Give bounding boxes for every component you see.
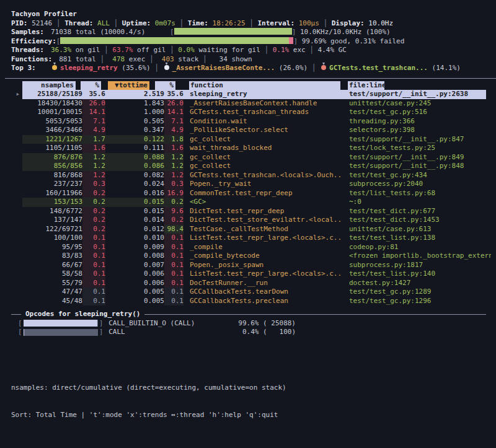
table-row[interactable]: 1221/12671.70.1221.8gc_collecttest/suppo… <box>11 135 491 144</box>
column-header-nsamples[interactable]: nsamples <box>22 81 76 90</box>
gap <box>184 90 190 99</box>
table-row[interactable]: 1105/11051.60.1111.6wait_threads_blocked… <box>11 144 491 153</box>
table-row[interactable]: 153/1530.20.0150.2<GC>~:0 <box>11 198 491 207</box>
function-name-cell: Popen._posix_spawn <box>190 261 342 270</box>
pct-direct-cell: 0.1 <box>82 297 105 306</box>
separator: │ <box>306 46 318 54</box>
pct-cumulative-cell: 4.9 <box>164 126 184 135</box>
pct-cumulative-cell: 1.2 <box>164 153 184 162</box>
nsamples-cell: 5053/5053 <box>22 117 82 126</box>
file-line-cell: unittest/case.py:613 <box>349 225 491 234</box>
table-row[interactable]: 58/580.10.0060.1ListTest.test_repr_large… <box>11 270 491 279</box>
table-row[interactable]: 66/670.10.0070.1Popen._posix_spawnsubpro… <box>11 261 491 270</box>
table-row[interactable]: 45/480.10.0050.1GCCallbackTests.preclean… <box>11 297 491 306</box>
table-row[interactable]: 856/8561.20.0861.2gc_collecttest/support… <box>11 162 491 171</box>
table-row[interactable]: 95/950.10.0090.1_compilecodeop.py:81 <box>11 243 491 252</box>
function-name-cell: gc_collect <box>190 135 342 144</box>
function-name-cell: DocTestRunner.__run <box>190 279 342 288</box>
file-line-cell: codeop.py:81 <box>349 243 491 252</box>
nsamples-cell: 55/79 <box>22 279 82 288</box>
nsamples-cell: 3466/3466 <box>22 126 82 135</box>
pct-direct-cell: 0.1 <box>82 288 105 297</box>
file-line-cell: test/test_gc.py:1289 <box>349 288 491 297</box>
gap <box>342 171 349 180</box>
app-title: Tachyon Profiler <box>11 10 491 19</box>
tottime-cell: 0.007 <box>105 261 164 270</box>
function-name-cell: DictTest.test_store_evilattr.<local... <box>190 216 342 225</box>
gap <box>342 243 349 252</box>
gap <box>342 135 349 144</box>
pct-cumulative-cell: 1.2 <box>164 171 184 180</box>
column-header-pct-cumulative[interactable]: % <box>155 81 175 90</box>
pct-cumulative-cell: 0.1 <box>164 288 184 297</box>
metric-value: 4.4% GC <box>318 46 347 54</box>
tachyon-profiler-window: Tachyon Profiler PID: 52146 │ Thread: AL… <box>0 0 496 448</box>
column-header-function[interactable]: function <box>189 81 340 90</box>
table-row[interactable]: ▸25188/2518935.62.51935.6sleeping_retryt… <box>11 90 491 99</box>
gap <box>342 117 349 126</box>
separator: │ <box>199 55 211 63</box>
nsamples-cell: 876/876 <box>22 153 82 162</box>
gap <box>342 126 349 135</box>
table-row[interactable]: 10001/1001514.11.00014.1GCTests.test_tra… <box>11 108 491 117</box>
pct-direct-cell: 0.2 <box>82 216 105 225</box>
tottime-cell: 0.015 <box>105 207 164 216</box>
file-line-cell: test/support/__init__.py:848 <box>349 162 491 171</box>
nsamples-cell: 1105/1105 <box>22 144 82 153</box>
metric-unit: exec <box>125 55 145 63</box>
table-header-row: nsamples % ▼tottime % function file:line <box>11 81 491 90</box>
column-header-file-line[interactable]: file:line <box>348 81 384 90</box>
function-name-cell: DictTest.test_repr_deep <box>190 207 342 216</box>
file-line-cell: subprocess.py:2040 <box>349 180 491 189</box>
tottime-cell: 0.005 <box>105 288 164 297</box>
pct-direct-cell: 1.2 <box>82 162 105 171</box>
gap <box>342 288 349 297</box>
table-row[interactable]: 160/119660.20.01616.9CommonTest.test_rep… <box>11 189 491 198</box>
gap <box>342 261 349 270</box>
file-line-cell: ~:0 <box>349 198 491 207</box>
efficiency-bar <box>60 37 293 44</box>
table-row[interactable]: 55/790.10.0060.1DocTestRunner.__rundocte… <box>11 279 491 288</box>
table-row[interactable]: 137/1470.20.0140.2DictTest.test_store_ev… <box>11 216 491 225</box>
selected-row-arrow-icon <box>11 297 22 306</box>
pct-direct-cell: 1.6 <box>82 144 105 153</box>
table-row[interactable]: 5053/50537.10.5057.1Condition.waitthread… <box>11 117 491 126</box>
nsamples-cell: 237/237 <box>22 180 82 189</box>
table-row[interactable]: 237/2370.30.0240.3Popen._try_waitsubproc… <box>11 180 491 189</box>
tottime-cell: 0.006 <box>105 279 164 288</box>
pct-cumulative-cell: 1.2 <box>164 162 184 171</box>
gap <box>184 144 190 153</box>
status-label: Display: <box>332 19 369 27</box>
file-line-cell: subprocess.py:1817 <box>349 261 491 270</box>
top3-function-name: sleeping_retry <box>60 64 118 72</box>
nsamples-cell: 83/83 <box>22 252 82 261</box>
gap <box>184 135 190 144</box>
table-row[interactable]: 3466/34664.90.3474.9_PollLikeSelector.se… <box>11 126 491 135</box>
file-line-cell: test/support/__init__.py:849 <box>349 153 491 162</box>
selected-row-arrow-icon <box>11 270 22 279</box>
table-row[interactable]: 100/1000.10.0100.1ListTest.test_repr_lar… <box>11 234 491 243</box>
function-name-cell: _compile <box>190 243 342 252</box>
table-row[interactable]: 148/67720.20.0159.6DictTest.test_repr_de… <box>11 207 491 216</box>
table-row[interactable]: 122/697210.20.01298.4TestCase._callTestM… <box>11 225 491 234</box>
pct-cumulative-cell: 0.1 <box>164 261 184 270</box>
tottime-cell: 0.016 <box>105 189 164 198</box>
table-row[interactable]: 83/830.10.0080.1_compile_bytecode<frozen… <box>11 252 491 261</box>
column-header-tottime-sorted[interactable]: ▼tottime <box>108 81 149 90</box>
status-value: 18:26:25 <box>213 19 246 27</box>
table-row[interactable]: 876/8761.20.0881.2gc_collecttest/support… <box>11 153 491 162</box>
pct-cumulative-cell: 0.1 <box>164 297 184 306</box>
pct-cumulative-cell: 0.1 <box>164 279 184 288</box>
function-name-cell: TestCase._callTestMethod <box>190 225 342 234</box>
metric-value: 881 <box>51 55 71 63</box>
table-row[interactable]: 47/470.10.0050.1GCCallbackTests.tearDown… <box>11 288 491 297</box>
function-name-cell: ListTest.test_repr_large.<locals>.c... <box>190 234 342 243</box>
nsamples-cell: 45/48 <box>22 297 82 306</box>
gap <box>342 225 349 234</box>
nsamples-cell: 160/11966 <box>22 189 82 198</box>
table-row[interactable]: 816/8681.20.0821.2GCTests.test_trashcan.… <box>11 171 491 180</box>
function-name-cell: gc_collect <box>190 153 342 162</box>
pct-direct-cell: 7.1 <box>82 117 105 126</box>
table-row[interactable]: 18430/1843026.01.84326.0_AssertRaisesBas… <box>11 99 491 108</box>
column-header-pct-direct[interactable]: % <box>81 81 101 90</box>
